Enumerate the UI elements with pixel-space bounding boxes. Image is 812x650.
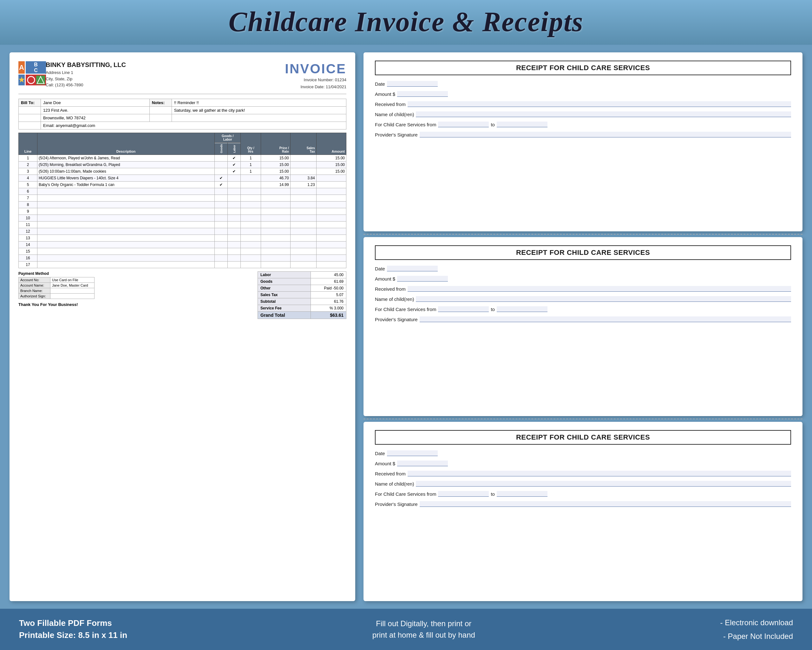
- row-goods: [215, 161, 228, 168]
- row-price: [261, 194, 290, 201]
- row-labor: ✔: [228, 161, 241, 168]
- branch-label: Branch Name:: [19, 288, 50, 293]
- service-fee-val: % 3.000: [311, 305, 346, 311]
- table-row: 5 Baby's Only Organic - Toddler Formula …: [19, 181, 346, 188]
- row-desc: [37, 214, 214, 221]
- receipt-3-services-from-line[interactable]: [438, 491, 489, 497]
- receipt-1-services-from-line[interactable]: [438, 122, 489, 127]
- th-tax: SalesTax: [290, 133, 316, 155]
- receipt-1-children-line[interactable]: [416, 112, 791, 117]
- row-tax: 3.84: [290, 174, 316, 181]
- receipt-3-children-line[interactable]: [416, 481, 791, 486]
- row-tax: [290, 208, 316, 214]
- invoice-table: Line Description Goods / Labor Qty /Hrs …: [18, 133, 346, 268]
- receipt-1-title: RECEIPT FOR CHILD CARE SERVICES: [375, 61, 791, 75]
- footer-center-line2: print at home & fill out by hand: [372, 629, 475, 641]
- receipt-2-received-label: Received from: [375, 286, 406, 292]
- table-row: 17: [19, 261, 346, 268]
- table-row: 4 HUGGIES Little Movers Diapers - 140ct.…: [19, 174, 346, 181]
- table-row: 11: [19, 221, 346, 228]
- receipt-divider-1: [363, 231, 803, 237]
- invoice-word: INVOICE: [285, 61, 346, 76]
- totals-table: Labor 45.00 Goods 61.69 Other Paid -50.0…: [258, 271, 346, 319]
- row-amount: [316, 241, 346, 248]
- table-row: 13: [19, 234, 346, 241]
- row-labor: ✔: [228, 154, 241, 161]
- divider-line-1: [363, 234, 803, 234]
- row-labor: [228, 248, 241, 255]
- th-labor-sub: Labor: [228, 143, 241, 155]
- page-footer: Two Fillable PDF Forms Printable Size: 8…: [0, 609, 812, 650]
- row-line: 8: [19, 201, 37, 208]
- receipt-1-date-label: Date: [375, 81, 385, 87]
- row-qty: [241, 255, 261, 261]
- goods-val: 61.69: [311, 278, 346, 285]
- receipt-2-children-label: Name of child(ren): [375, 297, 414, 302]
- row-tax: [290, 255, 316, 261]
- th-goods-labor: Goods / Labor: [215, 133, 241, 143]
- table-row: 10: [19, 214, 346, 221]
- receipt-3-services-to-line[interactable]: [497, 491, 548, 497]
- svg-point-0: [27, 76, 35, 84]
- divider-line-2: [363, 419, 803, 419]
- row-labor: [228, 208, 241, 214]
- row-qty: [241, 201, 261, 208]
- row-labor: [228, 255, 241, 261]
- row-desc: (5/26) 10:00am-11:00am, Made cookies: [37, 168, 214, 174]
- receipt-2-amount-label: Amount $: [375, 276, 395, 281]
- bill-address1-blank: [19, 107, 41, 114]
- row-desc: [37, 255, 214, 261]
- receipt-1-services-label: For Child Care Services from: [375, 122, 436, 127]
- th-qty: Qty /Hrs: [241, 133, 261, 155]
- receipt-1-signature-line[interactable]: [420, 132, 791, 138]
- table-header-row: Line Description Goods / Labor Qty /Hrs …: [19, 133, 346, 143]
- th-goods: Goods /: [222, 134, 234, 138]
- receipt-1-received-line[interactable]: [408, 101, 791, 107]
- row-tax: [290, 221, 316, 228]
- row-price: [261, 201, 290, 208]
- receipt-2-amount-line[interactable]: [397, 276, 448, 281]
- receipt-1-signature-label: Provider's Signature: [375, 132, 418, 138]
- row-amount: [316, 221, 346, 228]
- receipt-3-date-line[interactable]: [387, 450, 438, 456]
- row-tax: [290, 248, 316, 255]
- receipt-2: RECEIPT FOR CHILD CARE SERVICES Date Amo…: [363, 237, 803, 416]
- row-price: 15.00: [261, 161, 290, 168]
- row-price: [261, 234, 290, 241]
- receipt-1-services-to-line[interactable]: [497, 122, 548, 127]
- receipt-3-received-line[interactable]: [408, 471, 791, 476]
- receipt-2-date-line[interactable]: [387, 266, 438, 271]
- receipt-1-children-label: Name of child(ren): [375, 112, 414, 117]
- row-goods: [215, 214, 228, 221]
- row-price: [261, 248, 290, 255]
- totals-subtotal-row: Subtotal 61.76: [258, 298, 346, 305]
- receipt-3-title: RECEIPT FOR CHILD CARE SERVICES: [375, 430, 791, 445]
- row-amount: [316, 174, 346, 181]
- receipt-3-amount: Amount $: [375, 460, 791, 466]
- row-price: [261, 261, 290, 268]
- receipt-1-amount-line[interactable]: [397, 91, 448, 97]
- receipt-2-children-line[interactable]: [416, 296, 791, 302]
- row-tax: [290, 261, 316, 268]
- invoice-date-label: Invoice Date:: [301, 84, 325, 89]
- bill-to-name: Jane Doe: [41, 99, 150, 107]
- receipt-3-signature-line[interactable]: [420, 501, 791, 507]
- receipt-1-signature: Provider's Signature: [375, 132, 791, 138]
- receipt-1-to-label: to: [491, 122, 495, 127]
- row-line: 14: [19, 241, 37, 248]
- receipt-3-amount-line[interactable]: [397, 460, 448, 466]
- receipt-1-amount: Amount $: [375, 91, 791, 97]
- invoice-number-value: 01234: [335, 78, 346, 82]
- row-labor: [228, 241, 241, 248]
- receipt-1-date-line[interactable]: [387, 81, 438, 87]
- row-goods: [215, 168, 228, 174]
- row-goods: [215, 194, 228, 201]
- notes-line2-label: [150, 107, 172, 114]
- receipt-2-received-line[interactable]: [408, 286, 791, 292]
- receipt-2-services-from-line[interactable]: [438, 306, 489, 312]
- receipt-2-signature-line[interactable]: [420, 317, 791, 322]
- other-label: Other: [258, 285, 311, 291]
- row-desc: [37, 248, 214, 255]
- receipt-2-services-to-line[interactable]: [497, 306, 548, 312]
- row-qty: [241, 188, 261, 194]
